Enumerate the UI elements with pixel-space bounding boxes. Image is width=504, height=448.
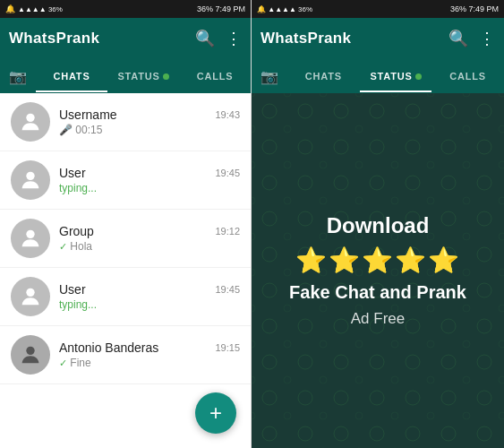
chat-time: 19:43 [215, 109, 240, 120]
fab-button[interactable]: + [195, 392, 236, 434]
right-header-icons: 🔍 ⋮ [448, 29, 495, 48]
left-status-bar: 🔔 ▲▲▲▲ 36% 36% 7:49 PM [0, 0, 251, 18]
chat-list-container: Username 19:43 🎤 00:15 User 19:45 [0, 93, 251, 448]
list-item[interactable]: User 19:45 typing... [0, 268, 251, 326]
avatar [11, 277, 50, 316]
chat-time: 19:12 [215, 226, 240, 237]
chat-content: User 19:45 typing... [59, 282, 240, 311]
promo-stars: ⭐⭐⭐⭐⭐ [295, 246, 461, 275]
chat-name: User [59, 166, 86, 180]
svg-point-4 [26, 347, 34, 355]
right-menu-icon[interactable]: ⋮ [479, 29, 495, 48]
avatar [11, 219, 50, 258]
chat-list: Username 19:43 🎤 00:15 User 19:45 [0, 93, 251, 384]
chat-time: 19:15 [215, 342, 240, 353]
right-status-time: 36% 7:49 PM [450, 4, 499, 13]
chat-top: Group 19:12 [59, 224, 240, 238]
mic-icon: 🎤 [59, 124, 73, 136]
search-icon[interactable]: 🔍 [195, 29, 215, 48]
right-panel: 🔔 ▲▲▲▲ 36% 36% 7:49 PM WhatsPrank 🔍 ⋮ 📷 … [252, 0, 504, 448]
status-label: STATUS [117, 71, 159, 82]
status-bar-time: 36% 7:49 PM [197, 4, 245, 13]
list-item[interactable]: Group 19:12 ✓ Hola [0, 210, 251, 268]
chat-content: Group 19:12 ✓ Hola [59, 224, 240, 253]
chat-preview: ✓ Hola [59, 240, 240, 253]
right-status-dot [415, 73, 422, 80]
check-icon: ✓ [59, 358, 67, 368]
right-tab-calls[interactable]: CALLS [431, 60, 504, 92]
chat-preview: ✓ Fine [59, 357, 240, 369]
right-tab-status[interactable]: STATUS [360, 60, 432, 92]
svg-point-2 [26, 230, 34, 238]
camera-tab[interactable]: 📷 [0, 68, 36, 85]
list-item[interactable]: Username 19:43 🎤 00:15 [0, 93, 251, 151]
promo-download-text: Download [327, 213, 430, 238]
chat-top: User 19:45 [59, 166, 240, 180]
right-search-icon[interactable]: 🔍 [448, 29, 468, 48]
left-panel: 🔔 ▲▲▲▲ 36% 36% 7:49 PM WhatsPrank 🔍 ⋮ 📷 … [0, 0, 252, 448]
right-app-title: WhatsPrank [261, 30, 351, 47]
signal-icons: ▲▲▲▲ 36% [18, 5, 63, 13]
right-status-left: 🔔 ▲▲▲▲ 36% [257, 5, 312, 13]
left-tabs: 📷 CHATS STATUS CALLS [0, 59, 251, 93]
tab-status[interactable]: STATUS [107, 60, 179, 92]
chat-top: User 19:45 [59, 282, 240, 297]
avatar [11, 102, 50, 142]
right-status-bar: 🔔 ▲▲▲▲ 36% 36% 7:49 PM [252, 0, 504, 18]
chat-top: Antonio Banderas 19:15 [59, 340, 240, 355]
avatar [11, 160, 50, 200]
tab-chats[interactable]: CHATS [36, 60, 107, 92]
left-app-title: WhatsPrank [9, 30, 99, 47]
list-item[interactable]: User 19:45 typing... [0, 151, 251, 210]
right-app-header: WhatsPrank 🔍 ⋮ [252, 18, 504, 59]
chat-name: Antonio Banderas [59, 340, 158, 355]
svg-point-3 [26, 289, 34, 297]
right-status-label: STATUS [370, 71, 412, 82]
promo-title: Fake Chat and Prank [289, 282, 466, 303]
chat-preview: typing... [59, 182, 240, 194]
notification-icon: 🔔 [5, 4, 15, 13]
chat-name: User [59, 282, 86, 297]
status-dot [163, 73, 169, 80]
chat-content: Username 19:43 🎤 00:15 [59, 108, 240, 136]
chat-preview: 🎤 00:15 [59, 124, 240, 136]
chat-content: Antonio Banderas 19:15 ✓ Fine [59, 340, 240, 369]
list-item[interactable]: Antonio Banderas 19:15 ✓ Fine [0, 326, 251, 384]
check-icon: ✓ [59, 241, 67, 252]
chat-top: Username 19:43 [59, 108, 240, 122]
svg-point-0 [26, 114, 34, 122]
chat-name: Username [59, 108, 117, 122]
avatar [11, 335, 50, 375]
right-camera-tab[interactable]: 📷 [252, 68, 287, 85]
promo-content: Download ⭐⭐⭐⭐⭐ Fake Chat and Prank Ad Fr… [252, 93, 504, 448]
tab-calls[interactable]: CALLS [179, 60, 251, 92]
chat-time: 19:45 [215, 284, 240, 295]
right-tabs: 📷 CHATS STATUS CALLS [252, 59, 504, 93]
promo-subtitle: Ad Free [351, 310, 405, 328]
menu-icon[interactable]: ⋮ [226, 29, 242, 48]
chat-preview: typing... [59, 298, 240, 311]
left-header-icons: 🔍 ⋮ [195, 29, 242, 48]
right-tab-chats[interactable]: CHATS [287, 60, 360, 92]
chat-name: Group [59, 224, 94, 238]
svg-point-1 [26, 172, 34, 180]
status-bar-left-icons: 🔔 ▲▲▲▲ 36% [5, 4, 63, 13]
left-app-header: WhatsPrank 🔍 ⋮ [0, 18, 251, 59]
chat-time: 19:45 [215, 168, 240, 178]
chat-content: User 19:45 typing... [59, 166, 240, 194]
